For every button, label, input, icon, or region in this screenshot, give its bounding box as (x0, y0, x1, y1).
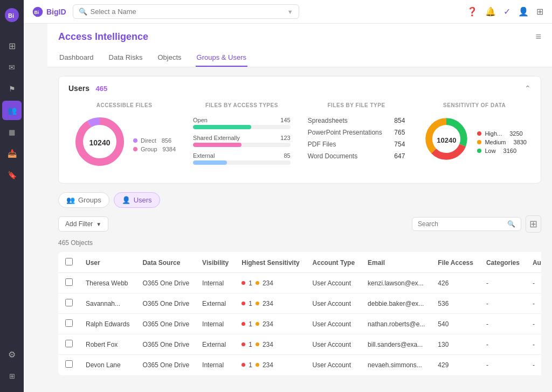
sensitivity-section: SENSITIVITY OF DATA (418, 98, 531, 174)
sensitivity-donut: 10240 (422, 115, 471, 165)
users-card-title-row: Users 465 (68, 84, 107, 93)
tab-groups[interactable]: 👥 Groups (58, 192, 109, 208)
row-email-3: bill.sanders@exa... (361, 334, 431, 355)
external-value: 85 (284, 152, 290, 159)
table-search-box[interactable]: 🔍 (412, 217, 521, 231)
row-visibility-0: Internal (196, 273, 235, 293)
sidebar-item-users[interactable]: 👥 (2, 101, 22, 120)
row-sensitivity-0: 1 234 (235, 273, 306, 293)
bar-shared: Shared Externally 123 (193, 135, 291, 147)
row-account-type-1: User Account (306, 293, 361, 314)
row-categories-0: - (480, 273, 526, 293)
row-select-3[interactable] (65, 340, 73, 347)
row-select-0[interactable] (65, 278, 73, 286)
filter-label: Add Filter (65, 220, 93, 228)
add-filter-button[interactable]: Add Filter ▼ (58, 216, 108, 232)
external-bar (193, 160, 227, 165)
sidebar-nav: ⊞ ✉ ⚑ 👥 ▦ 📥 🔖 (2, 32, 22, 338)
row-user-2: Ralph Edwards (79, 314, 136, 334)
bar-open: Open 145 (193, 117, 291, 129)
sensitivity-label: SENSITIVITY OF DATA (443, 102, 506, 108)
sidebar-item-tag[interactable]: ✉ (2, 58, 22, 77)
row-audit-3: - (526, 334, 541, 355)
row-categories-3: - (480, 334, 526, 355)
table-search-input[interactable] (418, 220, 504, 228)
sens-red-val-2: 1 (249, 320, 252, 328)
group-dot (133, 147, 137, 151)
row-email-0: kenzi.lawson@ex... (361, 273, 431, 293)
row-checkbox-0 (59, 273, 80, 293)
sidebar-item-apps[interactable]: ⊞ (2, 366, 22, 386)
row-audit-4: - (526, 355, 541, 375)
row-visibility-2: Internal (196, 314, 235, 334)
col-visibility: Visibility (196, 253, 235, 273)
row-data-source-2: O365 One Drive (136, 314, 196, 334)
row-categories-1: - (480, 293, 526, 314)
sidebar-item-grid[interactable]: ▦ (2, 122, 22, 142)
tab-data-risks[interactable]: Data Risks (108, 49, 144, 67)
red-dot-4 (242, 363, 245, 367)
row-visibility-1: External (196, 293, 235, 314)
sidebar-item-dashboard[interactable]: ⊞ (2, 36, 22, 55)
row-checkbox-2 (59, 314, 80, 334)
file-type-pdf: PDF Files 754 (308, 141, 405, 148)
accessible-files-section: ACCESSIBLE FILES 10240 (68, 98, 180, 174)
row-account-type-3: User Account (306, 334, 361, 355)
sidebar-item-settings[interactable]: ⚙ (2, 345, 22, 364)
tab-dashboard[interactable]: Dashboard (58, 49, 95, 67)
group-label: Group (141, 146, 157, 152)
sidebar-item-flag[interactable]: ⚑ (2, 79, 22, 99)
columns-icon[interactable]: ⊞ (526, 215, 541, 233)
users-tab-label: Users (134, 196, 152, 204)
col-categories: Categories (480, 253, 526, 273)
row-email-2: nathan.roberts@e... (361, 314, 431, 334)
sens-orange-val-3: 234 (263, 341, 273, 348)
entity-tabs: 👥 Groups 👤 Users (58, 192, 541, 208)
orange-dot-1 (256, 302, 259, 305)
low-dot (477, 149, 481, 153)
direct-label: Direct (141, 137, 156, 144)
row-user-1: Savannah... (79, 293, 136, 314)
sens-orange-val-4: 234 (263, 361, 273, 369)
users-count: 465 (96, 85, 108, 93)
row-select-1[interactable] (65, 299, 73, 306)
page-title-row: Access Intelligence ≡ (58, 31, 541, 43)
sens-red-val-0: 1 (249, 279, 252, 287)
table-header-row: User Data Source Visibility Highest Sens… (59, 253, 542, 273)
group-value: 9384 (163, 146, 176, 152)
menu-icon[interactable]: ≡ (535, 31, 541, 43)
table-row: Theresa Webb O365 One Drive Internal 1 2… (59, 273, 542, 293)
ppt-count: 765 (394, 129, 405, 136)
low-label: Low (485, 148, 495, 154)
row-file-access-0: 426 (431, 273, 480, 293)
row-email-4: nevaeh.simmons... (361, 355, 431, 375)
sens-orange-val-1: 234 (263, 300, 273, 307)
tab-objects[interactable]: Objects (156, 49, 182, 67)
table-row: Savannah... O365 One Drive External 1 23… (59, 293, 542, 314)
tab-users[interactable]: 👤 Users (114, 192, 160, 208)
groups-tab-label: Groups (78, 196, 101, 204)
row-categories-4: - (480, 355, 526, 375)
sidebar-item-bookmark[interactable]: 🔖 (2, 165, 22, 185)
tab-groups-users[interactable]: Groups & Users (196, 49, 247, 67)
select-all-checkbox[interactable] (65, 258, 73, 265)
open-value: 145 (280, 117, 290, 123)
row-file-access-4: 429 (431, 355, 480, 375)
row-sensitivity-2: 1 234 (235, 314, 306, 334)
sidebar-item-inbox[interactable]: 📥 (2, 144, 22, 163)
col-data-source: Data Source (136, 253, 196, 273)
sidebar-bottom: ⚙ ⊞ (2, 338, 22, 392)
row-account-type-0: User Account (306, 273, 361, 293)
pdf-label: PDF Files (308, 141, 336, 148)
sidebar-logo[interactable]: Bi (4, 0, 19, 32)
accessible-files-legend: Direct 856 Group 9384 (133, 137, 176, 152)
sens-red-val-4: 1 (249, 361, 252, 369)
row-select-2[interactable] (65, 319, 73, 327)
col-checkbox (59, 253, 80, 273)
sens-high: High... 3250 (477, 130, 527, 137)
collapse-icon[interactable]: ⌃ (525, 84, 531, 93)
sens-orange-val-2: 234 (263, 320, 273, 328)
medium-dot (477, 140, 481, 144)
row-select-4[interactable] (65, 360, 73, 368)
row-sensitivity-3: 1 234 (235, 334, 306, 355)
